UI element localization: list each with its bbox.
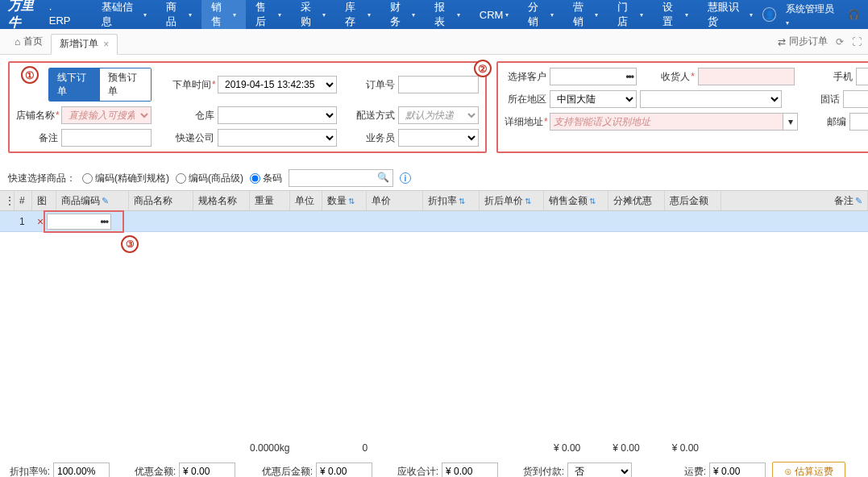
region-country-select[interactable]: 中国大陆 <box>550 90 637 108</box>
order-time-select[interactable]: 2019-04-15 13:42:35 <box>218 76 337 93</box>
customer-input[interactable] <box>550 68 637 85</box>
marker-2: ② <box>474 60 492 77</box>
col-handle[interactable]: ⋮ <box>0 191 15 210</box>
nav-product[interactable]: 商品▾ <box>156 0 201 29</box>
nav-distribution[interactable]: 分销▾ <box>518 0 563 29</box>
support-icon[interactable]: 🎧 <box>848 9 860 20</box>
order-time-label: 下单时间 <box>172 78 218 92</box>
nav-marketing[interactable]: 营销▾ <box>563 0 608 29</box>
address-dropdown-icon[interactable]: ▾ <box>783 113 798 131</box>
express-company-select[interactable] <box>218 129 337 147</box>
order-type-toggle[interactable]: 线下订单 预售订单 <box>48 68 152 102</box>
col-share-disc: 分摊优惠 <box>608 191 665 210</box>
search-icon[interactable]: 🔍 <box>377 172 389 183</box>
address-input[interactable] <box>550 113 783 131</box>
nav-settings[interactable]: 设置▾ <box>653 0 698 29</box>
quick-select-row: 快速选择商品： 编码(精确到规格) 编码(商品级) 条码 🔍 i <box>0 166 868 190</box>
user-name[interactable]: 系统管理员 ▾ <box>786 2 838 27</box>
radio-code-sku[interactable]: 编码(精确到规格) <box>82 172 169 185</box>
remark-input[interactable] <box>61 129 152 147</box>
address-label: 详细地址 <box>505 115 550 129</box>
grid-header: ⋮ # 图 商品编码✎ 商品名称 规格名称 重量 单位 数量⇅ 单价 折扣率⇅ … <box>0 190 868 211</box>
remark-label: 备注 <box>16 131 61 145</box>
nav-store[interactable]: 门店▾ <box>608 0 653 29</box>
nav-inventory[interactable]: 库存▾ <box>335 0 380 29</box>
marker-1: ① <box>21 66 39 84</box>
postcode-label: 邮编 <box>804 115 849 129</box>
discount-rate-label: 折扣率%: <box>8 465 53 478</box>
nav-basic[interactable]: 基础信息▾ <box>92 0 156 29</box>
col-code[interactable]: 商品编码✎ <box>56 191 129 210</box>
app-header: 万里牛 · ERP 基础信息▾ 商品▾ 销售▾ 售后▾ 采购▾ 库存▾ 财务▾ … <box>0 0 868 29</box>
nav-crm[interactable]: CRM▾ <box>470 0 519 29</box>
shop-select[interactable]: 直接输入可搜索 <box>61 106 152 124</box>
nav-sales[interactable]: 销售▾ <box>201 0 247 29</box>
grid-body: 1 × ••• ③ <box>0 211 868 437</box>
consignee-input[interactable] <box>698 68 795 85</box>
discount-rate-input[interactable] <box>53 462 110 477</box>
estimate-freight-button[interactable]: 估算运费 <box>772 462 845 477</box>
discount-amt-input[interactable] <box>179 462 235 477</box>
nav-purchase[interactable]: 采购▾ <box>291 0 336 29</box>
user-avatar-icon[interactable]: 👤 <box>762 7 776 22</box>
col-after-amt: 惠后金额 <box>665 191 721 210</box>
customer-fieldset: ② 选择客户 ••• 收货人 手机 所在地区 中国大陆 <box>496 61 868 153</box>
region-label: 所在地区 <box>505 93 550 106</box>
nav-aftersales[interactable]: 售后▾ <box>246 0 291 29</box>
customer-picker-icon[interactable]: ••• <box>625 71 633 82</box>
after-discount-label: 优惠后金额: <box>260 465 316 478</box>
row-code-picker-icon[interactable]: ••• <box>100 216 108 227</box>
toggle-presale[interactable]: 预售订单 <box>100 68 151 101</box>
main-nav: 基础信息▾ 商品▾ 销售▾ 售后▾ 采购▾ 库存▾ 财务▾ 报表▾ CRM▾ 分… <box>92 0 762 29</box>
col-remark[interactable]: 备注✎ <box>721 191 868 210</box>
nav-finance[interactable]: 财务▾ <box>380 0 426 29</box>
warehouse-label: 仓库 <box>172 109 218 122</box>
order-no-input[interactable] <box>398 76 479 93</box>
after-discount-input[interactable] <box>316 462 372 477</box>
sync-icon: ⇄ <box>778 36 786 48</box>
tab-home[interactable]: ⌂首页 <box>6 31 51 52</box>
customer-label: 选择客户 <box>505 70 550 84</box>
mobile-input[interactable] <box>856 68 868 85</box>
row-num: 1 <box>15 216 32 227</box>
table-row[interactable]: 1 × ••• <box>0 211 868 232</box>
nav-report[interactable]: 报表▾ <box>425 0 470 29</box>
edit-icon: ✎ <box>102 196 109 206</box>
tel-input[interactable] <box>843 90 868 108</box>
freight-input[interactable] <box>709 462 766 477</box>
total-weight: 0.0000kg <box>250 442 289 454</box>
close-icon[interactable]: × <box>103 39 109 50</box>
salesman-select[interactable] <box>398 129 479 147</box>
totals-row: 0.0000kg 0 ¥ 0.00 ¥ 0.00 ¥ 0.00 <box>0 437 868 458</box>
nav-huiyan[interactable]: 慧眼识货▾ <box>698 0 762 29</box>
fullscreen-icon[interactable]: ⛶ <box>852 36 862 48</box>
radio-code-product[interactable]: 编码(商品级) <box>176 172 243 185</box>
total-qty: 0 <box>362 442 368 454</box>
col-discount[interactable]: 折扣率⇅ <box>423 191 480 210</box>
total-amt2: ¥ 0.00 <box>613 442 639 454</box>
marker-3: ③ <box>121 235 139 253</box>
col-sale-amt[interactable]: 销售金额⇅ <box>544 191 608 210</box>
toggle-offline[interactable]: 线下订单 <box>49 68 100 101</box>
ship-method-label: 配送方式 <box>353 109 398 122</box>
sync-orders-button[interactable]: ⇄同步订单 <box>778 35 828 48</box>
tab-new-order[interactable]: 新增订单× <box>51 34 118 55</box>
tel-label: 固话 <box>798 93 843 106</box>
radio-barcode[interactable]: 条码 <box>250 172 282 185</box>
receivable-input[interactable] <box>442 462 498 477</box>
col-after-price[interactable]: 折后单价⇅ <box>480 191 544 210</box>
remove-row-icon[interactable]: × <box>37 215 44 228</box>
col-qty[interactable]: 数量⇅ <box>322 191 367 210</box>
info-icon[interactable]: i <box>400 172 411 184</box>
refresh-icon[interactable]: ⟳ <box>836 36 844 48</box>
ship-method-select[interactable]: 默认为快递 <box>398 106 479 124</box>
region-sub-select[interactable] <box>640 90 782 108</box>
col-name: 商品名称 <box>129 191 193 210</box>
cod-select[interactable]: 否 <box>567 462 632 477</box>
col-index: # <box>15 191 32 210</box>
postcode-input[interactable] <box>849 113 868 131</box>
total-amt1: ¥ 0.00 <box>554 442 580 454</box>
warehouse-select[interactable] <box>218 106 337 124</box>
home-icon: ⌂ <box>15 36 20 48</box>
col-unit: 单位 <box>290 191 322 210</box>
